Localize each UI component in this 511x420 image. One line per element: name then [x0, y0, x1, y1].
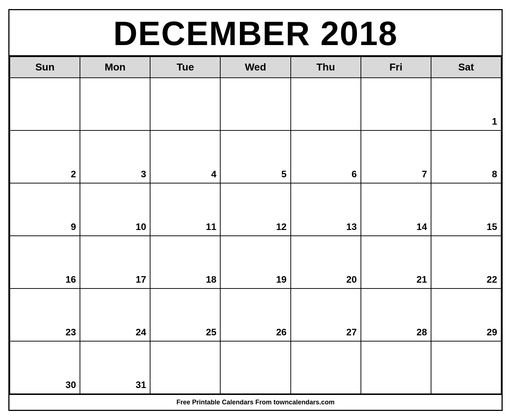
week-row-4: 16171819202122 — [10, 236, 501, 288]
calendar-day: 10 — [80, 183, 150, 236]
calendar-day — [80, 78, 150, 130]
calendar-day: 9 — [10, 183, 80, 236]
calendar-day — [291, 341, 361, 394]
calendar-day: 21 — [361, 236, 431, 288]
day-header-sat: Sat — [431, 57, 501, 78]
calendar-day: 19 — [220, 236, 290, 288]
calendar-day: 15 — [431, 183, 501, 236]
week-row-6: 3031 — [10, 341, 501, 394]
calendar-day: 3 — [80, 130, 150, 183]
day-header-mon: Mon — [80, 57, 150, 78]
day-header-fri: Fri — [361, 57, 431, 78]
calendar-day: 6 — [291, 130, 361, 183]
calendar-day: 20 — [291, 236, 361, 288]
calendar-day: 8 — [431, 130, 501, 183]
calendar-day: 30 — [10, 341, 80, 394]
day-headers-row: SunMonTueWedThuFriSat — [10, 57, 501, 78]
calendar-day — [361, 341, 431, 394]
day-header-wed: Wed — [220, 57, 290, 78]
week-row-1: 1 — [10, 78, 501, 130]
calendar-day: 1 — [431, 78, 501, 130]
calendar-day: 14 — [361, 183, 431, 236]
calendar-day: 11 — [150, 183, 220, 236]
calendar-day: 2 — [10, 130, 80, 183]
calendar-day — [150, 78, 220, 130]
calendar-day — [291, 78, 361, 130]
calendar-footer: Free Printable Calendars From towncalend… — [9, 394, 502, 410]
calendar-day: 13 — [291, 183, 361, 236]
week-row-3: 9101112131415 — [10, 183, 501, 236]
calendar-day: 25 — [150, 288, 220, 341]
calendar-title: DECEMBER 2018 — [9, 10, 502, 56]
calendar-day: 31 — [80, 341, 150, 394]
calendar-grid: SunMonTueWedThuFriSat 123456789101112131… — [9, 56, 502, 394]
calendar-day — [220, 78, 290, 130]
calendar-day: 17 — [80, 236, 150, 288]
calendar-day: 24 — [80, 288, 150, 341]
calendar-day: 29 — [431, 288, 501, 341]
calendar-day: 26 — [220, 288, 290, 341]
day-header-sun: Sun — [10, 57, 80, 78]
calendar-day — [220, 341, 290, 394]
calendar-day: 5 — [220, 130, 290, 183]
footer-text: Free Printable Calendars From — [176, 399, 273, 406]
calendar-day: 28 — [361, 288, 431, 341]
calendar-day: 12 — [220, 183, 290, 236]
week-row-2: 2345678 — [10, 130, 501, 183]
calendar-day — [361, 78, 431, 130]
calendar-day — [431, 341, 501, 394]
calendar-day: 4 — [150, 130, 220, 183]
calendar-day: 18 — [150, 236, 220, 288]
day-header-tue: Tue — [150, 57, 220, 78]
calendar-day: 16 — [10, 236, 80, 288]
calendar-container: DECEMBER 2018 SunMonTueWedThuFriSat 1234… — [8, 9, 503, 411]
week-row-5: 23242526272829 — [10, 288, 501, 341]
footer-link: towncalendars.com — [274, 399, 335, 406]
calendar-day — [150, 341, 220, 394]
calendar-day: 23 — [10, 288, 80, 341]
calendar-day: 27 — [291, 288, 361, 341]
day-header-thu: Thu — [291, 57, 361, 78]
calendar-day: 7 — [361, 130, 431, 183]
calendar-day — [10, 78, 80, 130]
calendar-day: 22 — [431, 236, 501, 288]
